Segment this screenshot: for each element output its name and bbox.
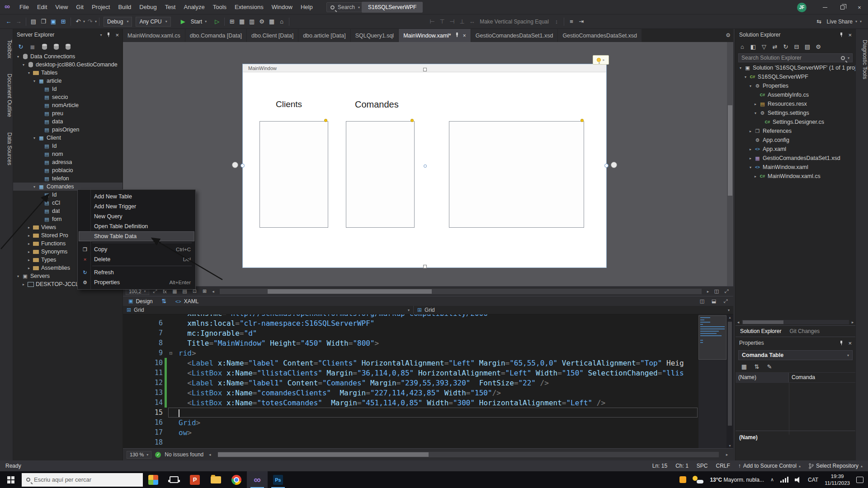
swap-design-xaml-icon[interactable]: ⇅	[159, 296, 169, 306]
start-without-debugging-icon[interactable]: ▷	[212, 17, 222, 27]
breadcrumb-left[interactable]: ⊞ Grid ▾	[123, 306, 414, 314]
property-pages-icon[interactable]: ✎	[764, 361, 774, 371]
scrollbar-thumb[interactable]	[728, 105, 732, 196]
wpf-label-clients[interactable]: Clients	[276, 99, 302, 109]
navigate-back-icon[interactable]: ←	[4, 17, 14, 27]
context-menu-item-refresh[interactable]: ↻Refresh	[79, 267, 194, 277]
tab-git-changes[interactable]: Git Changes	[789, 328, 820, 334]
tree-item-telefon[interactable]: ▤telefon	[13, 174, 123, 183]
context-menu-item-new-query[interactable]: New Query	[79, 211, 194, 221]
tree-item-properties[interactable]: ▾⚙Properties	[736, 81, 855, 90]
expand-arrow-icon[interactable]: ▸	[26, 250, 32, 254]
tree-item-app-config[interactable]: ⚙App.config	[736, 136, 855, 145]
code-line-17[interactable]: 17ow>	[123, 427, 698, 437]
tab-dbo-article-data[interactable]: dbo.article [Data]	[298, 29, 350, 42]
live-share-button[interactable]: ⇆ Live Share ▾	[814, 17, 857, 27]
tree-item-tables[interactable]: ▾Tables	[13, 69, 123, 77]
adorner-dot-icon[interactable]	[410, 119, 414, 122]
tree-item-app-xaml[interactable]: ▸<>App.xaml	[736, 145, 855, 154]
tree-item-references[interactable]: ▸❐References	[736, 127, 855, 136]
start-button[interactable]	[0, 471, 22, 488]
pending-changes-filter-icon[interactable]: ▽	[759, 42, 769, 52]
tab-mainwindow-xaml-cs[interactable]: MainWindow.xaml.cs	[123, 29, 185, 42]
scrollbar-thumb[interactable]	[743, 320, 783, 324]
redo-icon[interactable]: ↷	[85, 17, 95, 27]
tree-item-seccio[interactable]: ▤seccio	[13, 93, 123, 101]
taskbar-app-visual-studio[interactable]: ∞	[247, 471, 268, 488]
toggle-annotations-icon[interactable]: ⊞	[201, 287, 209, 295]
scroll-left-icon[interactable]: ◂	[211, 289, 216, 294]
save-icon[interactable]: ▣	[48, 17, 58, 27]
task-view-button[interactable]	[164, 471, 184, 488]
properties-object-dropdown[interactable]: Comanda Table ▾	[738, 350, 853, 360]
adorner-dot-icon[interactable]	[324, 119, 327, 122]
volume-icon[interactable]	[795, 477, 802, 483]
add-to-source-control-button[interactable]: ↑ Add to Source Control ▴	[738, 463, 801, 469]
code-line-13[interactable]: 13 <ListBox x:Name="comandesClients" Mar…	[123, 388, 698, 398]
expand-arrow-icon[interactable]: ▸	[747, 129, 754, 133]
anchor-badge-left[interactable]	[232, 162, 238, 168]
horizontal-split-icon[interactable]: ⬓	[710, 297, 718, 305]
table-designer-icon[interactable]: ▥	[247, 17, 257, 27]
tab-solution-explorer[interactable]: Solution Explorer	[740, 328, 781, 334]
expand-arrow-icon[interactable]: ▸	[747, 156, 754, 160]
close-icon[interactable]: ×	[848, 32, 852, 38]
tree-item-article[interactable]: ▾▦article	[13, 77, 123, 85]
tab-mainwindow-xaml[interactable]: MainWindow.xaml*×	[399, 29, 471, 42]
resize-handle-right[interactable]	[604, 164, 609, 168]
menu-build[interactable]: Build	[114, 0, 135, 14]
connect-to-server-icon[interactable]	[63, 42, 73, 52]
tab-gestiocomandesdataset1-xsd[interactable]: GestioComandesDataSet1.xsd	[471, 29, 558, 42]
scroll-down-icon[interactable]: ▾	[726, 444, 733, 448]
collapse-arrow-icon[interactable]: ▾	[31, 185, 38, 189]
properties-icon[interactable]: ⚙	[813, 42, 823, 52]
tab-dbo-comanda-data[interactable]: dbo.Comanda [Data]	[185, 29, 246, 42]
code-line-16[interactable]: 16Grid>	[123, 418, 698, 427]
tree-item-s16sqlserverwpf[interactable]: ▾C#S16SQLServerWPF	[736, 72, 855, 81]
pin-icon[interactable]	[839, 32, 844, 38]
designer-horizontal-scrollbar[interactable]	[220, 289, 702, 294]
new-query-icon[interactable]: ⊞	[227, 17, 237, 27]
adorner-dot-icon[interactable]	[580, 119, 584, 122]
collapse-arrow-icon[interactable]: ▾	[15, 274, 21, 278]
context-menu-item-show-table-data[interactable]: Show Table Data	[79, 231, 194, 241]
xaml-tab[interactable]: <> XAML	[174, 298, 201, 305]
resize-handle-bottom[interactable]	[423, 265, 427, 268]
menu-test[interactable]: Test	[161, 0, 180, 14]
taskbar-app-explorer[interactable]	[205, 471, 226, 488]
wpf-label-comandes[interactable]: Comandes	[355, 99, 399, 110]
tree-item-preu[interactable]: ▤preu	[13, 109, 123, 117]
weather-icon[interactable]	[693, 476, 703, 484]
close-icon[interactable]: ×	[115, 32, 119, 38]
taskbar-app-powerpoint[interactable]: P	[184, 471, 205, 488]
resize-handle-left[interactable]	[241, 164, 245, 168]
make-vertical-spacing-equal-icon[interactable]: ↕	[552, 17, 561, 27]
menu-extensions[interactable]: Extensions	[231, 0, 268, 14]
scrollbar-thumb[interactable]	[218, 452, 428, 457]
menu-analyze[interactable]: Analyze	[179, 0, 208, 14]
align-lefts-icon[interactable]: ⊢	[427, 17, 437, 27]
code-line-11[interactable]: 11 <ListBox x:Name="llistaClients" Margi…	[123, 368, 698, 378]
indent-icon[interactable]: ⇥	[576, 17, 586, 27]
editor-horizontal-scrollbar[interactable]	[218, 452, 719, 457]
code-line-7[interactable]: 7 mc:Ignorable="d"	[123, 328, 698, 338]
keyboard-language[interactable]: CAT	[808, 477, 818, 483]
menu-git[interactable]: Git	[72, 0, 88, 14]
menu-view[interactable]: View	[51, 0, 72, 14]
close-button[interactable]: ×	[851, 0, 868, 14]
tree-item-mainwindow-xaml-cs[interactable]: ▸C#MainWindow.xaml.cs	[736, 172, 855, 181]
tree-item-data[interactable]: ▤data	[13, 117, 123, 126]
show-grid-icon[interactable]: ▦	[267, 17, 277, 27]
context-menu-item-copy[interactable]: ❐CopyCtrl+C	[79, 244, 194, 254]
expand-arrow-icon[interactable]: ▸	[26, 258, 32, 262]
expand-arrow-icon[interactable]: ▸	[747, 147, 754, 151]
menu-window[interactable]: Window	[268, 0, 297, 14]
find-in-files-icon[interactable]: ⌂	[277, 17, 287, 27]
taskbar-search[interactable]: Escriu aquí per cercar	[22, 473, 143, 487]
code-line-12[interactable]: 12 <Label x:Name="label1" Content="Coman…	[123, 378, 698, 388]
tree-item-settings-settings[interactable]: ▾⚙Settings.settings	[736, 108, 855, 117]
scrollbar-thumb[interactable]	[728, 322, 732, 426]
context-menu-item-delete[interactable]: ×DeleteDel	[79, 254, 194, 264]
pin-icon[interactable]	[106, 32, 111, 38]
solution-explorer-search[interactable]: Search Solution Explorer ▾	[738, 53, 853, 62]
